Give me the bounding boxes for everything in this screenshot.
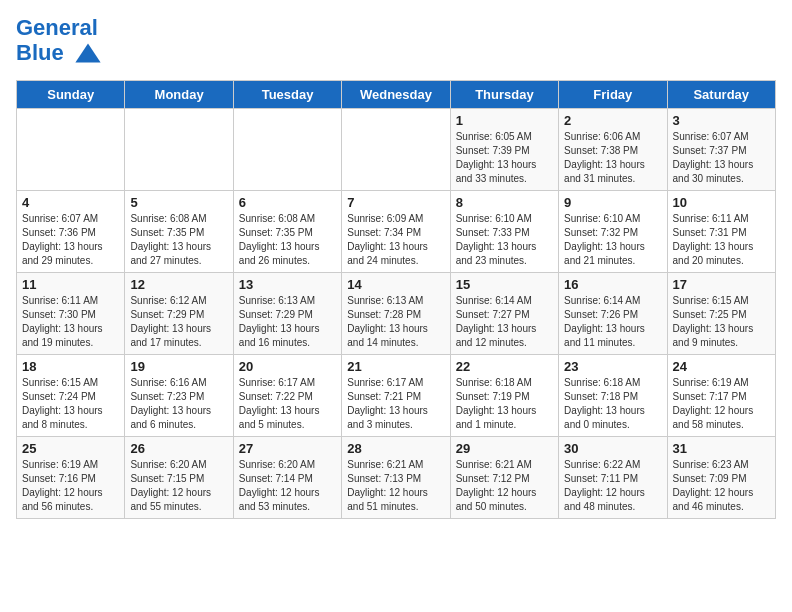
weekday-header-sunday: Sunday	[17, 81, 125, 109]
day-info: Sunrise: 6:23 AMSunset: 7:09 PMDaylight:…	[673, 458, 770, 514]
day-number: 15	[456, 277, 553, 292]
day-number: 28	[347, 441, 444, 456]
day-info: Sunrise: 6:11 AMSunset: 7:30 PMDaylight:…	[22, 294, 119, 350]
day-number: 3	[673, 113, 770, 128]
day-info: Sunrise: 6:22 AMSunset: 7:11 PMDaylight:…	[564, 458, 661, 514]
day-info: Sunrise: 6:19 AMSunset: 7:17 PMDaylight:…	[673, 376, 770, 432]
day-number: 2	[564, 113, 661, 128]
day-number: 29	[456, 441, 553, 456]
day-info: Sunrise: 6:07 AMSunset: 7:37 PMDaylight:…	[673, 130, 770, 186]
calendar-cell: 11Sunrise: 6:11 AMSunset: 7:30 PMDayligh…	[17, 273, 125, 355]
day-info: Sunrise: 6:08 AMSunset: 7:35 PMDaylight:…	[130, 212, 227, 268]
day-info: Sunrise: 6:19 AMSunset: 7:16 PMDaylight:…	[22, 458, 119, 514]
calendar-cell: 27Sunrise: 6:20 AMSunset: 7:14 PMDayligh…	[233, 437, 341, 519]
calendar-cell: 23Sunrise: 6:18 AMSunset: 7:18 PMDayligh…	[559, 355, 667, 437]
day-number: 10	[673, 195, 770, 210]
day-number: 1	[456, 113, 553, 128]
calendar-cell: 9Sunrise: 6:10 AMSunset: 7:32 PMDaylight…	[559, 191, 667, 273]
day-number: 4	[22, 195, 119, 210]
day-number: 7	[347, 195, 444, 210]
day-info: Sunrise: 6:20 AMSunset: 7:14 PMDaylight:…	[239, 458, 336, 514]
weekday-header-saturday: Saturday	[667, 81, 775, 109]
day-number: 21	[347, 359, 444, 374]
day-info: Sunrise: 6:05 AMSunset: 7:39 PMDaylight:…	[456, 130, 553, 186]
day-info: Sunrise: 6:18 AMSunset: 7:19 PMDaylight:…	[456, 376, 553, 432]
day-info: Sunrise: 6:09 AMSunset: 7:34 PMDaylight:…	[347, 212, 444, 268]
calendar-cell: 19Sunrise: 6:16 AMSunset: 7:23 PMDayligh…	[125, 355, 233, 437]
day-number: 12	[130, 277, 227, 292]
logo-blue: Blue	[16, 40, 64, 65]
day-number: 6	[239, 195, 336, 210]
calendar-cell: 18Sunrise: 6:15 AMSunset: 7:24 PMDayligh…	[17, 355, 125, 437]
calendar-cell: 14Sunrise: 6:13 AMSunset: 7:28 PMDayligh…	[342, 273, 450, 355]
calendar-cell: 15Sunrise: 6:14 AMSunset: 7:27 PMDayligh…	[450, 273, 558, 355]
day-number: 16	[564, 277, 661, 292]
calendar-cell: 28Sunrise: 6:21 AMSunset: 7:13 PMDayligh…	[342, 437, 450, 519]
page-header: General Blue	[16, 16, 776, 68]
day-info: Sunrise: 6:07 AMSunset: 7:36 PMDaylight:…	[22, 212, 119, 268]
day-info: Sunrise: 6:20 AMSunset: 7:15 PMDaylight:…	[130, 458, 227, 514]
calendar-cell: 20Sunrise: 6:17 AMSunset: 7:22 PMDayligh…	[233, 355, 341, 437]
day-info: Sunrise: 6:08 AMSunset: 7:35 PMDaylight:…	[239, 212, 336, 268]
calendar-cell: 16Sunrise: 6:14 AMSunset: 7:26 PMDayligh…	[559, 273, 667, 355]
calendar-cell: 8Sunrise: 6:10 AMSunset: 7:33 PMDaylight…	[450, 191, 558, 273]
day-number: 19	[130, 359, 227, 374]
svg-marker-0	[75, 44, 100, 63]
calendar-cell	[17, 109, 125, 191]
day-number: 23	[564, 359, 661, 374]
calendar-cell: 3Sunrise: 6:07 AMSunset: 7:37 PMDaylight…	[667, 109, 775, 191]
day-info: Sunrise: 6:10 AMSunset: 7:32 PMDaylight:…	[564, 212, 661, 268]
weekday-header-friday: Friday	[559, 81, 667, 109]
day-info: Sunrise: 6:14 AMSunset: 7:27 PMDaylight:…	[456, 294, 553, 350]
logo-general: General	[16, 15, 98, 40]
day-info: Sunrise: 6:13 AMSunset: 7:29 PMDaylight:…	[239, 294, 336, 350]
calendar-cell: 4Sunrise: 6:07 AMSunset: 7:36 PMDaylight…	[17, 191, 125, 273]
day-number: 31	[673, 441, 770, 456]
day-number: 20	[239, 359, 336, 374]
calendar-cell: 5Sunrise: 6:08 AMSunset: 7:35 PMDaylight…	[125, 191, 233, 273]
day-number: 30	[564, 441, 661, 456]
calendar-cell: 2Sunrise: 6:06 AMSunset: 7:38 PMDaylight…	[559, 109, 667, 191]
day-info: Sunrise: 6:15 AMSunset: 7:24 PMDaylight:…	[22, 376, 119, 432]
day-number: 24	[673, 359, 770, 374]
weekday-header-wednesday: Wednesday	[342, 81, 450, 109]
day-number: 9	[564, 195, 661, 210]
calendar-cell: 12Sunrise: 6:12 AMSunset: 7:29 PMDayligh…	[125, 273, 233, 355]
calendar-cell: 7Sunrise: 6:09 AMSunset: 7:34 PMDaylight…	[342, 191, 450, 273]
day-info: Sunrise: 6:10 AMSunset: 7:33 PMDaylight:…	[456, 212, 553, 268]
day-number: 17	[673, 277, 770, 292]
logo: General Blue	[16, 16, 102, 68]
day-info: Sunrise: 6:14 AMSunset: 7:26 PMDaylight:…	[564, 294, 661, 350]
calendar-table: SundayMondayTuesdayWednesdayThursdayFrid…	[16, 80, 776, 519]
day-info: Sunrise: 6:21 AMSunset: 7:13 PMDaylight:…	[347, 458, 444, 514]
weekday-header-monday: Monday	[125, 81, 233, 109]
day-info: Sunrise: 6:21 AMSunset: 7:12 PMDaylight:…	[456, 458, 553, 514]
day-info: Sunrise: 6:17 AMSunset: 7:22 PMDaylight:…	[239, 376, 336, 432]
day-info: Sunrise: 6:12 AMSunset: 7:29 PMDaylight:…	[130, 294, 227, 350]
day-number: 25	[22, 441, 119, 456]
calendar-cell: 6Sunrise: 6:08 AMSunset: 7:35 PMDaylight…	[233, 191, 341, 273]
day-number: 18	[22, 359, 119, 374]
day-info: Sunrise: 6:13 AMSunset: 7:28 PMDaylight:…	[347, 294, 444, 350]
calendar-cell: 10Sunrise: 6:11 AMSunset: 7:31 PMDayligh…	[667, 191, 775, 273]
day-info: Sunrise: 6:06 AMSunset: 7:38 PMDaylight:…	[564, 130, 661, 186]
day-info: Sunrise: 6:18 AMSunset: 7:18 PMDaylight:…	[564, 376, 661, 432]
day-info: Sunrise: 6:17 AMSunset: 7:21 PMDaylight:…	[347, 376, 444, 432]
calendar-cell	[233, 109, 341, 191]
calendar-cell: 29Sunrise: 6:21 AMSunset: 7:12 PMDayligh…	[450, 437, 558, 519]
day-info: Sunrise: 6:15 AMSunset: 7:25 PMDaylight:…	[673, 294, 770, 350]
day-number: 8	[456, 195, 553, 210]
day-info: Sunrise: 6:16 AMSunset: 7:23 PMDaylight:…	[130, 376, 227, 432]
calendar-cell	[342, 109, 450, 191]
day-number: 11	[22, 277, 119, 292]
weekday-header-thursday: Thursday	[450, 81, 558, 109]
calendar-cell: 24Sunrise: 6:19 AMSunset: 7:17 PMDayligh…	[667, 355, 775, 437]
calendar-cell: 13Sunrise: 6:13 AMSunset: 7:29 PMDayligh…	[233, 273, 341, 355]
calendar-cell: 25Sunrise: 6:19 AMSunset: 7:16 PMDayligh…	[17, 437, 125, 519]
day-number: 26	[130, 441, 227, 456]
calendar-cell: 26Sunrise: 6:20 AMSunset: 7:15 PMDayligh…	[125, 437, 233, 519]
calendar-cell	[125, 109, 233, 191]
day-number: 27	[239, 441, 336, 456]
day-number: 14	[347, 277, 444, 292]
calendar-cell: 17Sunrise: 6:15 AMSunset: 7:25 PMDayligh…	[667, 273, 775, 355]
